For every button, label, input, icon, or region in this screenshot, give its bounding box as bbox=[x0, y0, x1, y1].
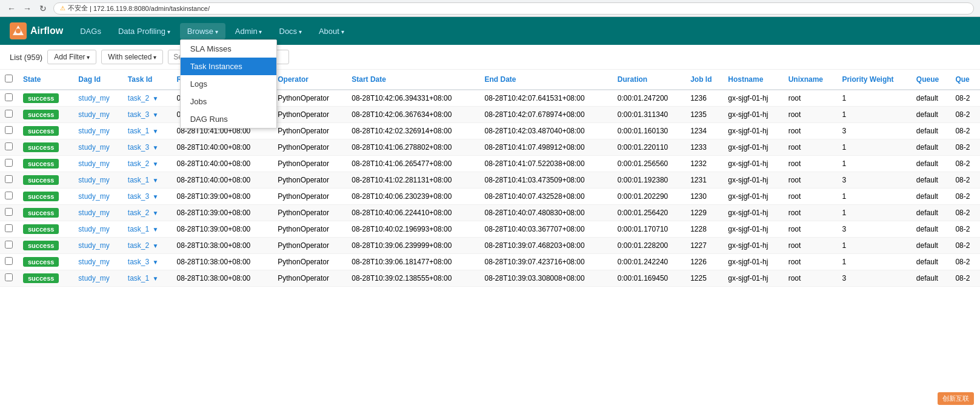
row-checkbox[interactable] bbox=[5, 142, 13, 150]
dag-id-link[interactable]: study_my bbox=[78, 110, 109, 119]
task-filter-icon[interactable]: ▼ bbox=[153, 259, 159, 266]
cell-que: 08-2 bbox=[950, 205, 980, 221]
table-row: success study_my task_1 ▼ 08-28T10:41:00… bbox=[0, 123, 980, 139]
cell-unixname: root bbox=[784, 238, 838, 254]
row-checkbox[interactable] bbox=[5, 224, 13, 232]
row-checkbox[interactable] bbox=[5, 208, 13, 216]
dag-id-link[interactable]: study_my bbox=[78, 94, 109, 102]
task-filter-icon[interactable]: ▼ bbox=[153, 161, 159, 167]
cell-operator: PythonOperator bbox=[273, 205, 347, 221]
state-badge: success bbox=[23, 93, 59, 103]
task-id-link[interactable]: task_2 bbox=[128, 159, 149, 168]
dropdown-jobs[interactable]: Jobs bbox=[181, 93, 276, 110]
task-filter-icon[interactable]: ▼ bbox=[153, 226, 159, 233]
cell-queue: default bbox=[912, 90, 951, 107]
task-id-link[interactable]: task_3 bbox=[128, 143, 149, 152]
task-filter-icon[interactable]: ▼ bbox=[153, 144, 159, 151]
task-id-link[interactable]: task_1 bbox=[128, 176, 149, 184]
cell-hostname: gx-sjgf-01-hj bbox=[723, 254, 783, 270]
nav-data-profiling[interactable]: Data Profiling bbox=[111, 23, 178, 39]
cell-priority-weight: 3 bbox=[837, 270, 911, 287]
row-checkbox-cell bbox=[0, 172, 18, 189]
row-checkbox-cell bbox=[0, 189, 18, 205]
task-filter-icon[interactable]: ▼ bbox=[153, 177, 159, 184]
cell-unixname: root bbox=[784, 221, 838, 238]
cell-operator: PythonOperator bbox=[273, 139, 347, 156]
dropdown-sla-misses[interactable]: SLA Misses bbox=[181, 40, 276, 58]
forward-button[interactable]: → bbox=[22, 3, 33, 14]
task-filter-icon[interactable]: ▼ bbox=[153, 242, 159, 249]
cell-priority-weight: 1 bbox=[837, 238, 911, 254]
task-id-link[interactable]: task_2 bbox=[128, 94, 149, 102]
cell-task-id: task_3 ▼ bbox=[123, 254, 172, 270]
cell-unixname: root bbox=[784, 172, 838, 189]
row-checkbox[interactable] bbox=[5, 241, 13, 249]
dag-id-link[interactable]: study_my bbox=[78, 209, 109, 217]
task-filter-icon[interactable]: ▼ bbox=[153, 95, 159, 102]
task-id-link[interactable]: task_1 bbox=[128, 225, 149, 233]
task-id-link[interactable]: task_3 bbox=[128, 258, 149, 266]
row-checkbox[interactable] bbox=[5, 93, 13, 101]
task-filter-icon[interactable]: ▼ bbox=[153, 193, 159, 200]
dag-id-link[interactable]: study_my bbox=[78, 159, 109, 168]
task-id-link[interactable]: task_3 bbox=[128, 110, 149, 119]
dag-id-link[interactable]: study_my bbox=[78, 241, 109, 250]
cell-task-id: task_2 ▼ bbox=[123, 90, 172, 107]
cell-state: success bbox=[18, 189, 73, 205]
task-id-link[interactable]: task_3 bbox=[128, 192, 149, 201]
url-bar[interactable]: ⚠ 不安全 | 172.16.119.8:8080/admin/taskinst… bbox=[53, 2, 974, 15]
nav-docs[interactable]: Docs bbox=[272, 23, 309, 39]
cell-que: 08-2 bbox=[950, 254, 980, 270]
cell-start-date: 08-28T10:41:02.281131+08:00 bbox=[347, 172, 479, 189]
reload-button[interactable]: ↻ bbox=[38, 3, 48, 14]
row-checkbox[interactable] bbox=[5, 257, 13, 265]
dropdown-task-instances[interactable]: Task Instances bbox=[181, 58, 276, 75]
cell-duration: 0:00:01.160130 bbox=[613, 123, 685, 139]
browse-dropdown-container: Browse SLA Misses Task Instances Logs Jo… bbox=[180, 23, 225, 39]
row-checkbox[interactable] bbox=[5, 126, 13, 134]
dag-id-link[interactable]: study_my bbox=[78, 176, 109, 184]
task-filter-icon[interactable]: ▼ bbox=[153, 210, 159, 216]
cell-operator: PythonOperator bbox=[273, 156, 347, 172]
nav-about[interactable]: About bbox=[312, 23, 352, 39]
task-id-link[interactable]: task_2 bbox=[128, 209, 149, 217]
nav-browse[interactable]: Browse bbox=[180, 23, 225, 39]
task-filter-icon[interactable]: ▼ bbox=[153, 275, 159, 282]
row-checkbox[interactable] bbox=[5, 192, 13, 199]
security-label: 不安全 bbox=[68, 4, 88, 13]
cell-duration: 0:00:01.256420 bbox=[613, 205, 685, 221]
task-filter-icon[interactable]: ▼ bbox=[153, 112, 159, 118]
task-filter-icon[interactable]: ▼ bbox=[153, 128, 159, 135]
back-button[interactable]: ← bbox=[6, 3, 17, 14]
task-id-link[interactable]: task_1 bbox=[128, 274, 149, 282]
cell-state: success bbox=[18, 270, 73, 287]
task-id-link[interactable]: task_2 bbox=[128, 241, 149, 250]
dropdown-dag-runs[interactable]: DAG Runs bbox=[181, 110, 276, 128]
row-checkbox[interactable] bbox=[5, 159, 13, 167]
with-selected-button[interactable]: With selected bbox=[101, 50, 163, 64]
cell-dag-id: study_my bbox=[73, 139, 123, 156]
row-checkbox[interactable] bbox=[5, 175, 13, 183]
row-checkbox[interactable] bbox=[5, 110, 13, 118]
dag-id-link[interactable]: study_my bbox=[78, 258, 109, 266]
dag-id-link[interactable]: study_my bbox=[78, 274, 109, 282]
cell-run-id: 08-28T10:39:00+08:00 bbox=[172, 221, 273, 238]
dag-id-link[interactable]: study_my bbox=[78, 192, 109, 201]
dag-id-link[interactable]: study_my bbox=[78, 225, 109, 233]
dag-id-link[interactable]: study_my bbox=[78, 143, 109, 152]
nav-admin[interactable]: Admin bbox=[228, 23, 270, 39]
row-checkbox[interactable] bbox=[5, 273, 13, 281]
add-filter-button[interactable]: Add Filter bbox=[47, 50, 96, 64]
nav-dags[interactable]: DAGs bbox=[73, 23, 108, 39]
cell-hostname: gx-sjgf-01-hj bbox=[723, 156, 783, 172]
table-row: success study_my task_1 ▼ 08-28T10:40:00… bbox=[0, 172, 980, 189]
task-id-link[interactable]: task_1 bbox=[128, 127, 149, 135]
cell-state: success bbox=[18, 107, 73, 123]
dropdown-logs[interactable]: Logs bbox=[181, 75, 276, 93]
cell-job-id: 1235 bbox=[685, 107, 723, 123]
select-all-checkbox[interactable] bbox=[5, 75, 13, 82]
col-duration: Duration bbox=[613, 70, 685, 90]
dag-id-link[interactable]: study_my bbox=[78, 127, 109, 135]
cell-unixname: root bbox=[784, 254, 838, 270]
cell-que: 08-2 bbox=[950, 172, 980, 189]
